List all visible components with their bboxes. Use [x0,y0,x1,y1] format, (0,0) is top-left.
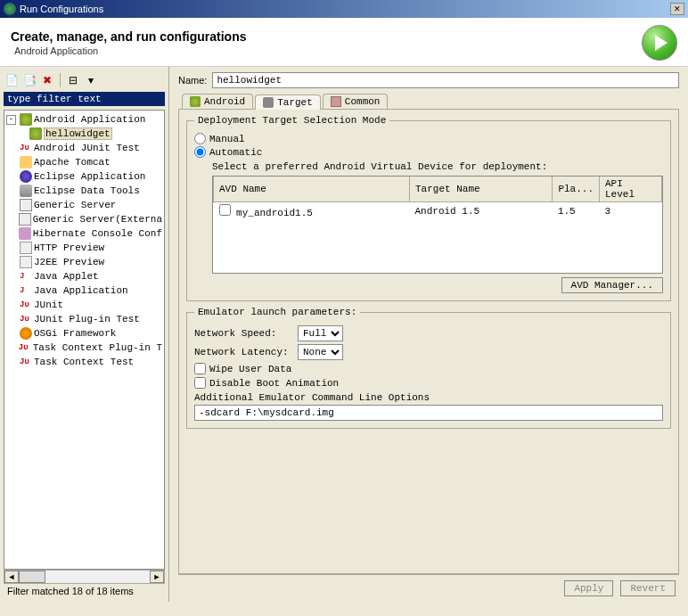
network-latency-label: Network Latency: [194,347,292,357]
osgi-icon [20,327,32,340]
avd-checkbox[interactable] [219,204,231,216]
java-icon [20,270,32,283]
network-speed-select[interactable]: Full [298,325,343,341]
java-icon [20,284,32,297]
name-label: Name: [178,75,207,86]
http-icon [20,242,32,254]
manual-label: Manual [209,134,245,144]
wipe-data-label: Wipe User Data [209,364,291,374]
avd-row[interactable]: my_android1.5 Android 1.5 1.5 3 [214,202,662,221]
junit-icon [20,299,32,311]
emulator-params-legend: Emulator launch parameters: [194,307,360,317]
window-titlebar: Run Configurations ✕ [0,0,688,18]
tree-item[interactable]: J2EE Preview [6,255,162,269]
new-config-icon[interactable]: 📄 [4,72,20,88]
run-button[interactable] [642,25,677,61]
tree-item[interactable]: Generic Server [6,198,162,212]
eclipse-icon [4,3,16,15]
horizontal-scrollbar[interactable]: ◄ ► [4,570,165,584]
tab-common[interactable]: Common [323,94,389,109]
tree-item[interactable]: Apache Tomcat [6,155,162,169]
junit-icon [20,142,32,154]
hibernate-icon [19,227,31,240]
close-button[interactable]: ✕ [670,3,684,15]
wipe-data-checkbox[interactable] [194,363,206,374]
tree-item[interactable]: OSGi Framework [6,326,162,341]
tree-item[interactable]: Eclipse Data Tools [6,184,162,198]
header: Create, manage, and run configurations A… [0,18,688,67]
tree-item[interactable]: HTTP Preview [6,241,162,255]
tree-item[interactable]: Eclipse Application [6,169,162,184]
filter-text-input[interactable]: type filter text [4,92,165,106]
tree-item[interactable]: Java Application [6,283,162,298]
revert-button[interactable]: Revert [620,580,676,596]
col-target-name[interactable]: Target Name [409,177,552,202]
tree-item[interactable]: Android JUnit Test [6,141,162,155]
task-icon [19,341,31,354]
junit-icon [20,313,32,325]
tree-item[interactable]: Java Applet [6,269,162,283]
disable-boot-anim-label: Disable Boot Animation [209,378,339,389]
delete-config-icon[interactable]: ✖ [39,72,55,88]
filter-menu-icon[interactable]: ▾ [83,72,99,88]
collapse-icon[interactable]: - [6,115,16,125]
cmdline-label: Additional Emulator Command Line Options [194,392,663,403]
common-icon [331,96,341,107]
target-icon [263,97,274,108]
deployment-target-legend: Deployment Target Selection Mode [194,115,389,126]
tab-android[interactable]: Android [182,94,253,109]
scroll-left-icon[interactable]: ◄ [4,571,19,583]
emulator-params-group: Emulator launch parameters: Network Spee… [186,307,671,429]
network-latency-select[interactable]: None [298,344,343,360]
page-subtitle: Android Application [11,45,642,56]
android-icon [190,96,201,107]
android-icon [20,113,32,126]
manual-radio[interactable] [194,133,206,144]
apply-button[interactable]: Apply [564,580,613,596]
task-icon [20,356,32,368]
deployment-target-group: Deployment Target Selection Mode Manual … [186,115,671,301]
tree-item[interactable]: Task Context Test [6,355,162,369]
left-panel: 📄 📑 ✖ ⊟ ▾ type filter text - Android App… [0,67,169,602]
automatic-label: Automatic [209,147,262,158]
col-platform[interactable]: Pla... [553,177,600,202]
scroll-thumb[interactable] [19,571,45,583]
tomcat-icon [20,156,32,168]
config-toolbar: 📄 📑 ✖ ⊟ ▾ [4,70,165,92]
config-tree[interactable]: - Android Application hellowidget Androi… [4,110,165,570]
col-api-level[interactable]: API Level [600,177,662,202]
tab-bar: Android Target Common [178,94,679,110]
eclipse-icon [20,170,32,183]
duplicate-config-icon[interactable]: 📑 [21,72,37,88]
tree-item[interactable]: JUnit [6,298,162,312]
avd-manager-button[interactable]: AVD Manager... [561,277,663,293]
network-speed-label: Network Speed: [194,328,292,339]
scroll-right-icon[interactable]: ► [150,571,164,583]
android-icon [29,127,42,140]
disable-boot-anim-checkbox[interactable] [194,377,206,389]
server-icon [19,213,31,226]
tree-item[interactable]: Hibernate Console Conf [6,226,162,241]
name-input[interactable] [212,72,679,88]
collapse-icon[interactable]: ⊟ [65,72,81,88]
avd-table[interactable]: AVD Name Target Name Pla... API Level my… [212,176,663,274]
bottom-buttons: Apply Revert [178,574,679,598]
filter-status-text: Filter matched 18 of 18 items [4,584,165,598]
col-avd-name[interactable]: AVD Name [214,177,410,202]
page-title: Create, manage, and run configurations [11,29,642,44]
server-icon [20,199,32,211]
tree-item[interactable]: Task Context Plug-in T [6,341,162,355]
tree-item[interactable]: Generic Server(Externa [6,212,162,226]
tab-target[interactable]: Target [255,94,321,110]
select-avd-label: Select a preferred Android Virtual Devic… [212,161,663,172]
j2ee-icon [20,256,32,268]
cmdline-input[interactable] [194,405,663,421]
tab-content-target: Deployment Target Selection Mode Manual … [178,110,679,574]
window-title: Run Configurations [20,4,670,14]
tree-item-hellowidget[interactable]: hellowidget [6,127,162,141]
automatic-radio[interactable] [194,146,206,158]
database-icon [20,185,32,197]
right-panel: Name: Android Target Common Deployment T… [169,67,688,602]
tree-root-android-application[interactable]: - Android Application [6,112,162,127]
tree-item[interactable]: JUnit Plug-in Test [6,312,162,326]
